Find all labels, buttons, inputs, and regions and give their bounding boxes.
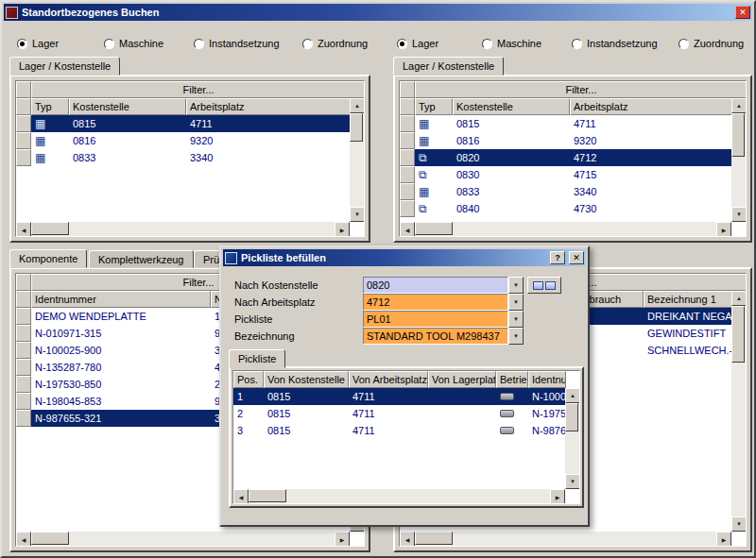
vertical-scrollbar[interactable]: ▲ ▼ [565,388,580,489]
column-header-pos[interactable]: Pos. [233,371,264,388]
column-header-arbeitsplatz[interactable]: Arbeitsplatz [570,98,732,115]
table-row[interactable]: ▦ 0816 9320 [16,132,351,149]
scroll-track[interactable] [731,113,747,207]
row-selector[interactable] [16,132,31,149]
radio-zuordnung-right[interactable]: Zuordnung [679,37,744,50]
scroll-thumb[interactable] [565,403,578,431]
combo-value[interactable]: 4712 [363,294,508,311]
column-header-typ[interactable]: Typ [31,98,69,115]
table-row[interactable]: 3 0815 4711 N-987655-321 [233,422,566,439]
scroll-thumb[interactable] [249,489,286,502]
horizontal-scrollbar[interactable]: ◀ ▶ [16,532,350,547]
combo-value[interactable]: STANDARD TOOL M298437 [363,328,508,345]
radio-maschine-right[interactable]: Maschine [482,37,541,50]
nach-kostenstelle-combobox[interactable]: 0820 ▼ [363,277,524,294]
scroll-up-button[interactable]: ▲ [731,98,747,113]
help-button[interactable]: ? [550,251,565,264]
table-row[interactable]: 2 0815 4711 N-197530-850 [233,405,566,422]
scroll-down-button[interactable]: ▼ [731,516,747,532]
column-header-kostenstelle[interactable]: Kostenstelle [453,98,570,115]
scroll-track[interactable] [415,532,716,547]
row-selector[interactable] [16,342,31,359]
table-row[interactable]: ▦ 0815 4711 [400,115,732,132]
scroll-thumb[interactable] [415,532,453,545]
scroll-thumb[interactable] [731,306,745,363]
column-header-identnummer[interactable]: Identnummer [528,371,566,388]
column-header-betrieb[interactable]: Betrie [496,371,528,388]
tab-komponente[interactable]: Komponente [9,249,87,268]
scroll-thumb[interactable] [415,222,453,235]
table-row[interactable]: ⧉ 0820 4712 [400,149,732,166]
row-selector[interactable] [400,183,415,200]
scroll-left-button[interactable]: ◀ [233,489,249,504]
scroll-left-button[interactable]: ◀ [16,222,31,237]
row-selector[interactable] [400,166,415,183]
row-selector[interactable] [16,115,31,132]
column-header-arbeitsplatz[interactable]: Arbeitsplatz [186,98,351,115]
scroll-right-button[interactable]: ▶ [335,532,350,547]
scroll-down-button[interactable]: ▼ [731,207,747,222]
row-selector[interactable] [400,149,415,166]
row-selector[interactable] [16,359,31,376]
row-selector[interactable] [400,200,415,217]
scroll-track[interactable] [731,306,747,516]
dialog-close-button[interactable]: ✕ [569,251,584,264]
radio-zuordnung-left[interactable]: Zuordnung [302,37,368,50]
radio-maschine-left[interactable]: Maschine [104,37,163,50]
horizontal-scrollbar[interactable]: ◀ ▶ [400,532,731,547]
tab-lager-kostenstelle-right[interactable]: Lager / Kostenstelle [393,57,504,76]
scroll-thumb[interactable] [31,222,69,235]
scroll-track[interactable] [415,222,716,237]
radio-instandsetzung-left[interactable]: Instandsetzung [194,37,280,50]
scroll-right-button[interactable]: ▶ [716,532,731,547]
scroll-thumb[interactable] [350,113,363,142]
radio-instandsetzung-right[interactable]: Instandsetzung [572,37,658,50]
scroll-right-button[interactable]: ▶ [550,489,565,504]
scroll-track[interactable] [350,113,365,207]
row-selector[interactable] [400,132,415,149]
horizontal-scrollbar[interactable]: ◀ ▶ [400,222,731,237]
radio-lager-right[interactable]: Lager [397,37,438,50]
dropdown-arrow-icon[interactable]: ▼ [508,328,524,345]
nach-arbeitsplatz-combobox[interactable]: 4712 ▼ [363,294,524,311]
radio-lager-left[interactable]: Lager [17,37,59,50]
scroll-track[interactable] [249,489,550,504]
bezeichnung-combobox[interactable]: STANDARD TOOL M298437 ▼ [363,328,524,345]
column-header-bezeichnung1[interactable]: Bezeichnung 1 [644,291,734,308]
scroll-thumb[interactable] [31,532,69,545]
scroll-down-button[interactable]: ▼ [350,207,365,222]
table-row[interactable]: ⧉ 0840 4730 [400,200,732,217]
row-selector[interactable] [400,115,415,132]
table-row[interactable]: 1 0815 4711 N-100025-900 [233,388,566,405]
table-row[interactable]: ⧉ 0830 4715 [400,166,732,183]
scroll-right-button[interactable]: ▶ [335,222,350,237]
vertical-scrollbar[interactable]: ▲ ▼ [731,98,747,222]
scroll-down-button[interactable]: ▼ [565,474,580,489]
column-header-identnummer[interactable]: Identnummer [31,291,211,308]
dropdown-arrow-icon[interactable]: ▼ [508,277,524,294]
tab-pickliste[interactable]: Pickliste [229,349,285,368]
column-header-von-arbeitsplatz[interactable]: Von Arbeitsplatz [349,371,428,388]
scroll-track[interactable] [31,532,335,547]
tab-lager-kostenstelle-left[interactable]: Lager / Kostenstelle [9,57,120,76]
table-row[interactable]: ▦ 0816 9320 [400,132,732,149]
row-selector[interactable] [16,376,31,393]
scroll-left-button[interactable]: ◀ [400,532,415,547]
tab-komplettwerkzeug[interactable]: Komplettwerkzeug [89,250,194,268]
vertical-scrollbar[interactable]: ▲ ▼ [731,291,747,532]
scroll-right-button[interactable]: ▶ [716,222,731,237]
dropdown-arrow-icon[interactable]: ▼ [508,294,524,311]
row-selector[interactable] [16,393,31,410]
pickliste-combobox[interactable]: PL01 ▼ [363,311,524,328]
column-header-typ[interactable]: Typ [415,98,453,115]
lookup-button[interactable] [527,277,561,294]
scroll-left-button[interactable]: ◀ [16,532,31,547]
scroll-up-button[interactable]: ▲ [565,388,580,403]
dropdown-arrow-icon[interactable]: ▼ [508,311,524,328]
horizontal-scrollbar[interactable]: ◀ ▶ [16,222,350,237]
column-header-von-kostenstelle[interactable]: Von Kostenstelle [264,371,349,388]
table-row[interactable]: ▦ 0815 4711 [16,115,351,132]
column-header-kostenstelle[interactable]: Kostenstelle [69,98,186,115]
combo-value[interactable]: 0820 [363,277,508,294]
scroll-thumb[interactable] [731,113,745,157]
